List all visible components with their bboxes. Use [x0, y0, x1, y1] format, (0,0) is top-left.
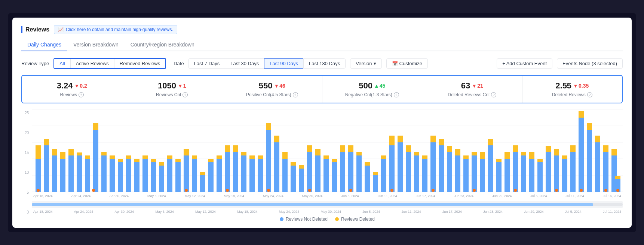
stat-positive-cnt: 550 ▼ 46 Positive Cnt(4-5 Stars) ? [222, 76, 322, 103]
stat-reviews-cnt-delta: ▼ 1 [178, 83, 186, 89]
svg-rect-30 [142, 159, 148, 192]
stat-deleted-reviews-value: 2.55 [555, 81, 571, 91]
svg-rect-63 [274, 136, 279, 142]
svg-rect-122 [521, 155, 526, 192]
svg-rect-104 [447, 152, 452, 192]
svg-rect-87 [373, 172, 378, 175]
svg-rect-133 [562, 155, 567, 159]
stat-deleted-cnt-delta: ▼ 21 [472, 83, 483, 89]
chart-scrollbar[interactable] [32, 201, 623, 208]
info-icon-positive-cnt[interactable]: ? [293, 92, 298, 97]
svg-rect-78 [340, 152, 345, 192]
svg-rect-99 [422, 155, 427, 159]
svg-rect-111 [472, 152, 477, 155]
x-dot [92, 189, 95, 192]
svg-rect-64 [282, 159, 288, 192]
svg-rect-119 [505, 152, 510, 159]
date-30days[interactable]: Last 30 Days [225, 58, 264, 69]
stat-reviews-cnt-label: Reviews Cnt [156, 92, 181, 97]
svg-rect-70 [307, 152, 312, 192]
info-icon-reviews[interactable]: ? [79, 92, 84, 97]
svg-rect-47 [208, 159, 214, 162]
svg-rect-36 [167, 159, 172, 192]
y-label-15: 15 [21, 151, 29, 155]
svg-rect-54 [241, 155, 246, 192]
x-dot [37, 189, 40, 192]
svg-rect-59 [258, 155, 263, 159]
svg-rect-113 [480, 152, 485, 159]
date-7days[interactable]: Last 7 Days [188, 58, 225, 69]
stat-negative-cnt: 500 ▲ 45 Negative Cnt(1-3 Stars) ? [322, 76, 423, 103]
svg-rect-35 [159, 162, 164, 166]
tab-country-breakdown[interactable]: Country/Region Breakdown [125, 39, 200, 51]
info-icon-deleted-cnt[interactable]: ? [491, 92, 496, 97]
svg-rect-107 [455, 149, 460, 155]
add-custom-event-button[interactable]: + Add Custom Event [497, 58, 552, 69]
svg-rect-74 [323, 159, 329, 192]
x-dot [267, 189, 270, 192]
svg-rect-7 [44, 139, 49, 145]
tab-daily-changes[interactable]: Daily Changes [21, 39, 67, 51]
svg-rect-89 [381, 155, 386, 159]
x-dot [226, 189, 229, 192]
mini-x-labels: Apr 18, 2024 Apr 24, 2024 Apr 30, 2024 M… [32, 210, 623, 214]
x-dot [390, 189, 393, 192]
y-label-0: 0 [21, 210, 29, 214]
svg-rect-100 [430, 142, 436, 192]
info-icon-deleted-reviews[interactable]: ? [587, 92, 592, 97]
svg-rect-126 [537, 162, 543, 192]
stat-positive-cnt-value: 550 [259, 81, 273, 91]
y-label-10: 10 [21, 170, 29, 175]
date-180days[interactable]: Last 180 Days [303, 58, 346, 69]
x-dot [580, 189, 583, 192]
date-90days[interactable]: Last 90 Days [264, 58, 303, 69]
svg-rect-118 [505, 159, 510, 192]
svg-rect-125 [529, 152, 534, 159]
tab-version-breakdown[interactable]: Version Breakdown [67, 39, 125, 51]
svg-rect-85 [365, 162, 370, 166]
svg-rect-52 [233, 152, 238, 192]
events-node-button[interactable]: Events Node (3 selected) [557, 58, 623, 69]
quality-link-text: Click here to obtain and maintain high-q… [66, 27, 173, 32]
svg-rect-114 [488, 145, 493, 192]
svg-rect-132 [562, 159, 567, 192]
svg-rect-106 [455, 155, 460, 192]
info-icon-negative-cnt[interactable]: ? [394, 92, 399, 97]
svg-rect-45 [200, 172, 205, 175]
x-dot [308, 189, 311, 192]
x-dot [185, 189, 188, 192]
svg-rect-129 [546, 146, 551, 152]
svg-rect-44 [200, 175, 205, 192]
review-type-active[interactable]: Active Reviews [71, 59, 114, 68]
svg-rect-18 [93, 130, 98, 192]
page-title: Reviews [21, 26, 49, 33]
stat-deleted-cnt-label: Deleted Reviews Cnt [448, 92, 490, 97]
svg-rect-73 [315, 149, 321, 155]
stat-reviews-delta: ▼ 0.2 [74, 83, 87, 89]
svg-rect-117 [496, 159, 502, 162]
review-type-all[interactable]: All [54, 59, 70, 68]
svg-rect-42 [192, 159, 197, 192]
date-group: Last 7 Days Last 30 Days Last 90 Days La… [188, 58, 346, 69]
bar-group1-blue [36, 159, 41, 192]
review-type-label: Review Type [21, 61, 49, 66]
x-dot [432, 189, 435, 192]
customize-button[interactable]: 📅 Customize [386, 58, 428, 69]
svg-rect-77 [332, 159, 337, 162]
version-dropdown[interactable]: Version ▾ [350, 58, 381, 69]
svg-rect-29 [134, 159, 139, 162]
svg-rect-138 [587, 130, 592, 192]
legend-dot-blue [280, 217, 283, 221]
date-label: Date [174, 61, 184, 66]
svg-rect-62 [274, 142, 279, 192]
review-type-removed[interactable]: Removed Reviews [114, 59, 165, 68]
legend-deleted: Reviews Deleted [335, 217, 375, 222]
svg-rect-98 [422, 159, 427, 192]
legend-dot-orange [335, 217, 339, 221]
info-icon-reviews-cnt[interactable]: ? [183, 92, 188, 97]
svg-rect-137 [579, 111, 584, 118]
svg-rect-34 [159, 166, 164, 192]
quality-link[interactable]: 📈 Click here to obtain and maintain high… [54, 25, 177, 34]
svg-rect-130 [554, 155, 559, 192]
svg-rect-13 [68, 149, 74, 155]
